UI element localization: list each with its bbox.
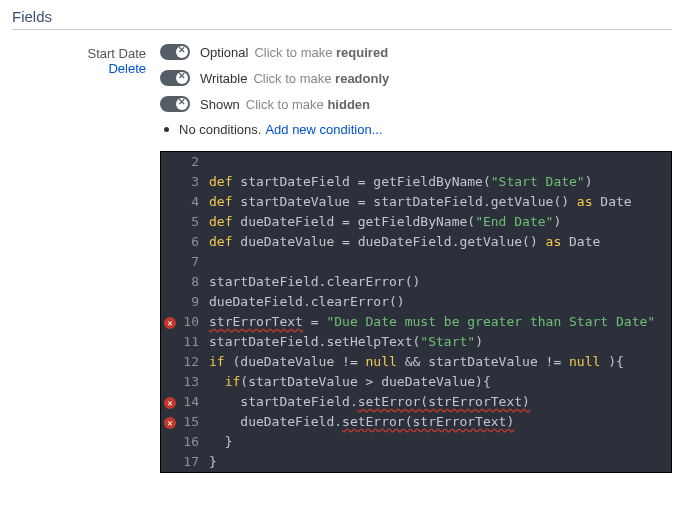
- line-number: 17: [179, 452, 209, 472]
- delete-link[interactable]: Delete: [12, 61, 146, 76]
- right-column: Optional Click to make required Writable…: [160, 44, 672, 151]
- code-text[interactable]: }: [209, 452, 217, 472]
- code-line[interactable]: ✕14 startDateField.setError(strErrorText…: [161, 392, 671, 412]
- code-line[interactable]: 17}: [161, 452, 671, 472]
- hint-strong: required: [336, 45, 388, 60]
- hint-pre: Click to make: [246, 97, 328, 112]
- error-icon[interactable]: ✕: [164, 417, 176, 429]
- code-text[interactable]: def dueDateField = getFieldByName("End D…: [209, 212, 561, 232]
- conditions-row: No conditions. Add new condition...: [164, 122, 672, 137]
- code-line[interactable]: 9dueDateField.clearError(): [161, 292, 671, 312]
- code-line[interactable]: 11startDateField.setHelpText("Start"): [161, 332, 671, 352]
- code-line[interactable]: ✕10strErrorText = "Due Date must be grea…: [161, 312, 671, 332]
- code-line[interactable]: 16 }: [161, 432, 671, 452]
- toggle-shown[interactable]: [160, 96, 190, 112]
- code-text[interactable]: def startDateField = getFieldByName("Sta…: [209, 172, 593, 192]
- line-number: 10: [179, 312, 209, 332]
- code-line[interactable]: 2: [161, 152, 671, 172]
- code-line[interactable]: 4def startDateValue = startDateField.get…: [161, 192, 671, 212]
- toggle-hint[interactable]: Click to make required: [254, 45, 388, 60]
- error-icon[interactable]: ✕: [164, 317, 176, 329]
- line-number: 3: [179, 172, 209, 192]
- line-number: 13: [179, 372, 209, 392]
- fields-row: Start Date Delete Optional Click to make…: [12, 44, 672, 151]
- line-number: 11: [179, 332, 209, 352]
- error-gutter: ✕: [161, 392, 179, 412]
- code-text[interactable]: startDateField.setError(strErrorText): [209, 392, 530, 412]
- left-column: Start Date Delete: [12, 44, 160, 151]
- line-number: 6: [179, 232, 209, 252]
- toggle-label: Optional: [200, 45, 248, 60]
- toggle-row-optional: Optional Click to make required: [160, 44, 672, 60]
- line-number: 16: [179, 432, 209, 452]
- line-number: 9: [179, 292, 209, 312]
- code-text[interactable]: if(startDateValue > dueDateValue){: [209, 372, 491, 392]
- error-gutter: ✕: [161, 312, 179, 332]
- line-number: 15: [179, 412, 209, 432]
- code-text[interactable]: startDateField.clearError(): [209, 272, 420, 292]
- add-condition-link[interactable]: Add new condition...: [265, 122, 382, 137]
- line-number: 5: [179, 212, 209, 232]
- code-text[interactable]: }: [209, 432, 232, 452]
- section-title: Fields: [12, 8, 672, 30]
- code-text[interactable]: dueDateField.clearError(): [209, 292, 405, 312]
- toggle-label: Writable: [200, 71, 247, 86]
- error-gutter: ✕: [161, 412, 179, 432]
- error-icon[interactable]: ✕: [164, 397, 176, 409]
- hint-pre: Click to make: [254, 45, 336, 60]
- toggle-label: Shown: [200, 97, 240, 112]
- code-line[interactable]: 12if (dueDateValue != null && startDateV…: [161, 352, 671, 372]
- line-number: 12: [179, 352, 209, 372]
- code-line[interactable]: 3def startDateField = getFieldByName("St…: [161, 172, 671, 192]
- code-text[interactable]: if (dueDateValue != null && startDateVal…: [209, 352, 624, 372]
- code-line[interactable]: 13 if(startDateValue > dueDateValue){: [161, 372, 671, 392]
- toggle-writable[interactable]: [160, 70, 190, 86]
- hint-strong: hidden: [327, 97, 370, 112]
- toggle-hint[interactable]: Click to make hidden: [246, 97, 370, 112]
- toggle-row-writable: Writable Click to make readonly: [160, 70, 672, 86]
- field-name-label: Start Date: [12, 46, 146, 61]
- code-text[interactable]: def startDateValue = startDateField.getV…: [209, 192, 632, 212]
- conditions-text: No conditions.: [179, 122, 261, 137]
- code-line[interactable]: 7: [161, 252, 671, 272]
- line-number: 8: [179, 272, 209, 292]
- code-text[interactable]: dueDateField.setError(strErrorText): [209, 412, 514, 432]
- code-text[interactable]: startDateField.setHelpText("Start"): [209, 332, 483, 352]
- code-line[interactable]: ✕15 dueDateField.setError(strErrorText): [161, 412, 671, 432]
- line-number: 14: [179, 392, 209, 412]
- hint-pre: Click to make: [253, 71, 335, 86]
- toggle-row-shown: Shown Click to make hidden: [160, 96, 672, 112]
- line-number: 2: [179, 152, 209, 172]
- toggle-optional[interactable]: [160, 44, 190, 60]
- line-number: 4: [179, 192, 209, 212]
- code-line[interactable]: 8startDateField.clearError(): [161, 272, 671, 292]
- code-text[interactable]: def dueDateValue = dueDateField.getValue…: [209, 232, 600, 252]
- code-line[interactable]: 6def dueDateValue = dueDateField.getValu…: [161, 232, 671, 252]
- hint-strong: readonly: [335, 71, 389, 86]
- code-editor[interactable]: 23def startDateField = getFieldByName("S…: [160, 151, 672, 473]
- code-line[interactable]: 5def dueDateField = getFieldByName("End …: [161, 212, 671, 232]
- toggle-hint[interactable]: Click to make readonly: [253, 71, 389, 86]
- code-text[interactable]: strErrorText = "Due Date must be greater…: [209, 312, 655, 332]
- line-number: 7: [179, 252, 209, 272]
- bullet-icon: [164, 127, 169, 132]
